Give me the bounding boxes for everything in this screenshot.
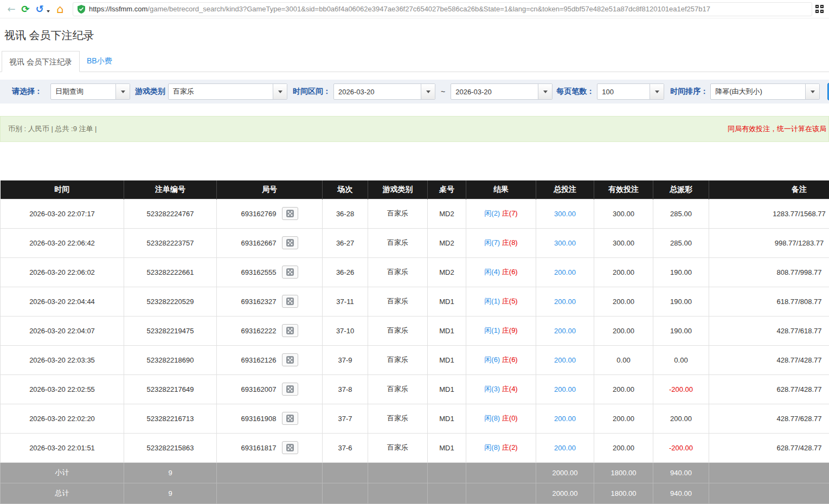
valid-bet-notice: 同局有效投注，统一计算在该局 <box>728 124 826 134</box>
cell-bet-id: 523282215863 <box>124 433 217 462</box>
cell-valid-bet: 200.00 <box>594 257 653 287</box>
summary-cell <box>466 462 536 483</box>
view-round-button[interactable] <box>282 383 298 396</box>
sort-order-select[interactable]: 降幂(由大到小) <box>710 83 820 100</box>
chevron-down-icon[interactable] <box>650 84 664 99</box>
summary-cell <box>709 462 829 483</box>
result-player: 闲(7) <box>484 238 500 247</box>
address-bar[interactable]: https://lssfmm.com/game/betrecord_search… <box>73 2 812 16</box>
total-bet-link[interactable]: 200.00 <box>554 415 576 423</box>
query-type-label: 请选择： <box>12 87 42 96</box>
total-bet-link[interactable]: 200.00 <box>554 385 576 393</box>
cell-valid-bet: 200.00 <box>594 433 653 462</box>
cell-total-bet: 200.00 <box>536 316 594 345</box>
cell-round: 693162126 <box>217 345 323 374</box>
cell-result: 闲(4) 庄(6) <box>466 257 536 287</box>
cell-payout: -200.00 <box>653 433 709 462</box>
cell-result: 闲(2) 庄(7) <box>466 199 536 228</box>
cell-note: 628.77/428.77 <box>709 433 829 462</box>
extension-icon[interactable] <box>815 5 824 13</box>
date-to-input[interactable]: 2026-03-20 <box>451 83 552 100</box>
chevron-down-icon[interactable] <box>421 84 435 99</box>
round-number: 693162222 <box>241 327 276 335</box>
sort-order-value: 降幂(由大到小) <box>711 84 805 99</box>
cell-valid-bet: 300.00 <box>594 228 653 257</box>
view-round-button[interactable] <box>282 324 298 337</box>
summary-cell: 总计 <box>1 483 124 503</box>
view-round-button[interactable] <box>282 441 298 454</box>
date-from-input[interactable]: 2026-03-20 <box>333 83 435 100</box>
round-number: 693162126 <box>241 356 276 364</box>
cell-payout: 285.00 <box>653 228 709 257</box>
summary-cell <box>323 483 368 503</box>
cell-table-no: MD2 <box>428 228 466 257</box>
column-header: 桌号 <box>428 180 466 199</box>
cell-session: 37-7 <box>323 404 368 433</box>
cell-result: 闲(7) 庄(8) <box>466 228 536 257</box>
query-type-select[interactable]: 日期查询 <box>50 83 130 100</box>
result-player: 闲(3) <box>484 385 500 393</box>
column-header: 局号 <box>217 180 323 199</box>
total-bet-link[interactable]: 200.00 <box>554 327 576 335</box>
tab-bet-records[interactable]: 视讯 会员下注纪录 <box>2 51 80 72</box>
total-bet-link[interactable]: 200.00 <box>554 356 576 364</box>
total-bet-link[interactable]: 300.00 <box>554 239 576 247</box>
view-round-button[interactable] <box>282 266 298 279</box>
date-range-separator: ~ <box>441 87 445 96</box>
view-round-button[interactable] <box>282 295 298 308</box>
cell-game-type: 百家乐 <box>368 345 428 374</box>
refresh-icon[interactable]: ⟳ <box>18 2 33 16</box>
subtotal-row: 小计92000.001800.00940.00 <box>1 462 829 483</box>
table-row: 2026-03-20 22:03:35523282218690693162126… <box>1 345 829 374</box>
cell-table-no: MD2 <box>428 257 466 287</box>
tab-bb-tip[interactable]: BB小费 <box>80 50 119 72</box>
total-bet-link[interactable]: 200.00 <box>554 298 576 306</box>
summary-cell <box>217 483 323 503</box>
game-type-select[interactable]: 百家乐 <box>168 83 287 100</box>
cell-game-type: 百家乐 <box>368 316 428 345</box>
total-row: 总计92000.001800.00940.00 <box>1 483 829 503</box>
round-number: 693162667 <box>241 239 276 247</box>
chevron-down-icon[interactable] <box>115 84 130 99</box>
view-round-button[interactable] <box>282 353 298 366</box>
summary-cell <box>466 483 536 503</box>
summary-cell <box>709 483 829 503</box>
chevron-down-icon[interactable] <box>273 84 287 99</box>
cell-table-no: MD1 <box>428 433 466 462</box>
round-number: 693162555 <box>241 268 276 276</box>
game-type-label: 游戏类别 <box>135 87 165 96</box>
cell-bet-id: 523282216713 <box>124 404 217 433</box>
view-round-button[interactable] <box>282 207 298 220</box>
security-shield-icon[interactable] <box>78 5 85 14</box>
cell-session: 37-9 <box>323 345 368 374</box>
page-size-select[interactable]: 100 <box>597 83 664 100</box>
cell-note: 428.77/628.77 <box>709 404 829 433</box>
cell-table-no: MD2 <box>428 199 466 228</box>
total-bet-link[interactable]: 200.00 <box>554 444 576 452</box>
summary-cell: 小计 <box>1 462 124 483</box>
cell-result: 闲(1) 庄(9) <box>466 316 536 345</box>
url-path: /game/betrecord_search/kind3?GameType=30… <box>147 5 710 13</box>
back-icon[interactable]: ← <box>4 2 18 16</box>
total-bet-link[interactable]: 200.00 <box>554 268 576 276</box>
bet-records-table-container: 时间注单编号局号场次游戏类别桌号结果总投注有效投注总派彩备注 2026-03-2… <box>0 180 829 504</box>
chevron-down-icon[interactable] <box>538 84 552 99</box>
cell-round: 693162327 <box>217 287 323 316</box>
home-icon[interactable]: ⌂ <box>53 2 67 16</box>
cell-payout: 200.00 <box>653 404 709 433</box>
table-row: 2026-03-20 22:06:02523282222661693162555… <box>1 257 829 287</box>
undo-icon[interactable]: ↺ <box>33 2 47 16</box>
cell-note: 428.77/428.77 <box>709 345 829 374</box>
dice-icon <box>286 356 294 364</box>
total-bet-link[interactable]: 300.00 <box>554 210 576 218</box>
view-round-button[interactable] <box>282 412 298 425</box>
undo-dropdown-icon[interactable] <box>47 10 50 12</box>
column-header: 场次 <box>323 180 368 199</box>
filter-bar: 请选择： 日期查询 游戏类别 百家乐 时间区间： 2026-03-20 ~ 20… <box>0 80 829 104</box>
chevron-down-icon[interactable] <box>805 84 819 99</box>
cell-round: 693162555 <box>217 257 323 287</box>
sort-order-label: 时间排序： <box>670 87 708 96</box>
view-round-button[interactable] <box>282 236 298 249</box>
column-header: 结果 <box>466 180 536 199</box>
cell-total-bet: 200.00 <box>536 287 594 316</box>
